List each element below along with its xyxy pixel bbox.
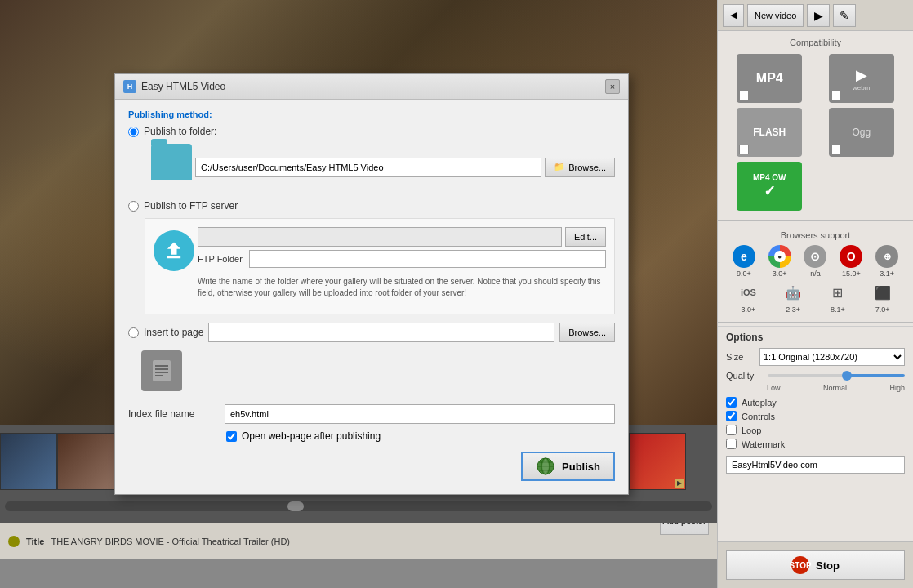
options-checkboxes: Autoplay Controls Loop Watermark [726,397,905,474]
back-arrow-icon: ◀ [730,10,737,20]
browse-folder-icon: 📁 [554,162,565,172]
insert-page-input[interactable] [208,323,554,342]
timeline-scrollbar[interactable] [5,501,712,511]
folder-browse-button[interactable]: 📁 Browse... [545,158,615,177]
dialog-titlebar: H Easy HTML5 Video × [115,74,628,100]
android-version: 2.3+ [786,305,800,314]
open-webpage-label[interactable]: Open web-page after publishing [242,430,381,442]
publish-button[interactable]: Publish [521,452,615,481]
chrome-browser-item: ● 3.0+ [768,245,791,278]
insert-radio[interactable] [128,327,139,338]
open-webpage-row[interactable]: Open web-page after publishing [128,430,615,442]
opera-browser-icon: O [840,245,862,268]
edge-browser-item: ⊕ 3.1+ [875,245,898,278]
mp4-badge[interactable]: MP4 [737,54,802,103]
ogg-badge[interactable]: Ogg [829,108,894,157]
browsers-support-section: Browsers support e 9.0+ ● 3.0+ ⊙ n/a [718,225,913,318]
watermark-input[interactable] [726,456,905,474]
ftp-radio-label[interactable]: Publish to FTP server [144,200,238,212]
controls-checkbox[interactable] [726,411,737,421]
ftp-server-input[interactable] [198,227,562,247]
main-area: H Easy HTML5 Video × Publishing method: … [0,0,913,588]
ftp-edit-button[interactable]: Edit... [565,227,606,247]
quality-low-label: Low [767,384,781,392]
insert-radio-label[interactable]: Insert to page [144,327,203,338]
android-mobile-item: 🤖 2.3+ [782,281,804,314]
size-row: Size 1:1 Original (1280x720) [726,348,905,366]
svg-rect-0 [153,360,171,381]
quality-high-label: High [889,384,905,392]
browser-row: e 9.0+ ● 3.0+ ⊙ n/a O 15.0+ [726,245,905,278]
publish-to-ftp-option[interactable]: Publish to FTP server [128,200,615,212]
timeline-scroll-thumb[interactable] [287,501,304,511]
compatibility-title: Compatibility [726,38,905,47]
opera-browser-item: O 15.0+ [840,245,862,278]
ftp-folder-row: FTP Folder [198,250,606,268]
edit-button[interactable]: ✎ [833,4,856,27]
watermark-label[interactable]: Watermark [742,439,785,449]
ftp-radio[interactable] [128,201,139,212]
publishing-method-label: Publishing method: [128,109,615,119]
size-select[interactable]: 1:1 Original (1280x720) [759,348,905,366]
ftp-folder-input[interactable] [249,250,606,268]
titlebar-left: H Easy HTML5 Video [123,80,225,93]
webm-format-item: ▶ webm [818,54,906,103]
index-file-label: Index file name [128,408,218,420]
webm-checkbox[interactable] [831,91,841,100]
title-value: THE ANGRY BIRDS MOVIE - Official Theatri… [51,537,709,546]
folder-path-input[interactable] [195,158,541,177]
flash-format-item: FLASH [726,108,813,157]
watermark-checkbox[interactable] [726,439,737,449]
folder-radio-label[interactable]: Publish to folder: [144,126,216,137]
compatibility-grid: MP4 ▶ webm FLASH [726,54,905,211]
ftp-description: Write the name of the folder where your … [198,276,606,299]
controls-label[interactable]: Controls [742,412,775,421]
film-frame-2[interactable] [57,433,114,490]
options-section: Options Size 1:1 Original (1280x720) Qua… [718,326,913,479]
flash-badge[interactable]: FLASH [737,108,802,157]
film-frame-1[interactable] [0,433,57,490]
preview-button[interactable]: ▶ [807,4,830,27]
safari-browser-item: ⊙ n/a [804,245,826,278]
bb-mobile-item: ⬛ 7.0+ [871,281,894,314]
quality-slider[interactable] [768,374,905,377]
quality-normal-label: Normal [823,384,847,392]
flash-checkbox[interactable] [739,145,749,154]
new-video-button[interactable]: New video [747,4,804,27]
ogg-checkbox[interactable] [831,145,841,154]
index-file-input[interactable] [225,404,615,424]
watermark-row[interactable]: Watermark [726,439,905,449]
back-button[interactable]: ◀ [723,4,744,27]
loop-checkbox[interactable] [726,425,737,435]
quality-label: Quality [726,371,763,381]
publish-to-folder-option[interactable]: Publish to folder: [128,126,615,137]
autoplay-row[interactable]: Autoplay [726,397,905,408]
insert-browse-button[interactable]: Browse... [559,323,615,342]
mp4-checkbox[interactable] [739,91,749,100]
quality-slider-thumb[interactable] [842,371,852,381]
mp4low-badge[interactable]: MP4 OW ✓ [737,162,802,211]
webm-badge[interactable]: ▶ webm [829,54,894,103]
loop-label[interactable]: Loop [742,425,761,435]
mp4low-format-item: MP4 OW ✓ [726,162,813,211]
stop-button[interactable]: STOP Stop [726,550,905,580]
svg-rect-2 [155,368,168,370]
autoplay-label[interactable]: Autoplay [742,398,777,408]
quality-row: Quality [726,371,905,381]
safari-version: n/a [810,270,821,278]
title-dot-icon [8,536,20,547]
autoplay-checkbox[interactable] [726,397,737,408]
edge-version: 3.1+ [880,270,894,278]
android-icon: 🤖 [782,281,804,304]
ogg-format-item: Ogg [818,108,906,157]
ftp-upload-icon [154,230,194,271]
open-webpage-checkbox[interactable] [226,431,237,442]
publish-btn-row: Publish [128,452,615,484]
bottom-bar: Title THE ANGRY BIRDS MOVIE - Official T… [0,523,717,559]
chrome-browser-icon: ● [768,245,791,268]
dialog-close-button[interactable]: × [605,79,620,94]
loop-row[interactable]: Loop [726,425,905,435]
controls-row[interactable]: Controls [726,411,905,421]
folder-radio[interactable] [128,127,139,137]
film-frame-12[interactable]: ▶ [629,433,686,490]
